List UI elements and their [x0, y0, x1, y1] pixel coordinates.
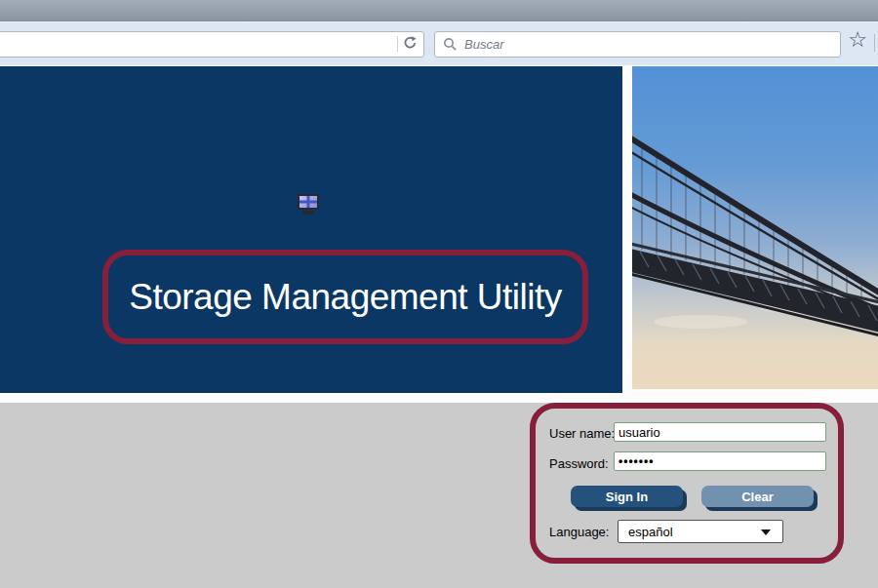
monitor-stand [302, 211, 314, 215]
window-titlebar [0, 0, 878, 21]
language-select[interactable]: español [618, 520, 783, 543]
password-input[interactable] [614, 451, 826, 471]
login-frame: User name: Password: Sign In Clear Langu… [530, 403, 844, 564]
browser-toolbar: ☆ [0, 21, 878, 66]
smu-logo-icon [298, 194, 319, 215]
chevron-down-icon [761, 529, 771, 535]
sign-in-button[interactable]: Sign In [571, 486, 683, 507]
username-label: User name: [549, 426, 615, 441]
username-input[interactable] [614, 422, 826, 442]
url-bar[interactable] [0, 31, 424, 58]
star-icon: ☆ [848, 27, 867, 52]
reload-button[interactable] [400, 33, 420, 54]
toolbar-end-separator [874, 34, 875, 52]
browser-window: ☆ Storage Management Utility [0, 0, 878, 588]
reload-icon [403, 35, 418, 53]
splash-panel: Storage Management Utility [0, 66, 622, 393]
login-area: User name: Password: Sign In Clear Langu… [0, 403, 878, 588]
search-icon [443, 37, 458, 56]
clear-button[interactable]: Clear [701, 486, 814, 507]
bookmark-star-button[interactable]: ☆ [845, 26, 870, 54]
search-box[interactable] [434, 31, 841, 58]
monitor-grid-icon [298, 194, 319, 210]
splash-title: Storage Management Utility [129, 277, 562, 318]
page-content: Storage Management Utility [0, 65, 878, 403]
url-input[interactable] [3, 33, 387, 56]
language-label: Language: [549, 525, 609, 539]
password-label: Password: [549, 456, 609, 471]
urlbar-separator [397, 36, 398, 52]
suspension-bridge-illustration [632, 66, 878, 389]
bridge-photo [632, 66, 878, 389]
search-input[interactable] [462, 33, 827, 56]
language-selected-value: español [628, 525, 673, 539]
splash-title-frame: Storage Management Utility [102, 250, 588, 344]
